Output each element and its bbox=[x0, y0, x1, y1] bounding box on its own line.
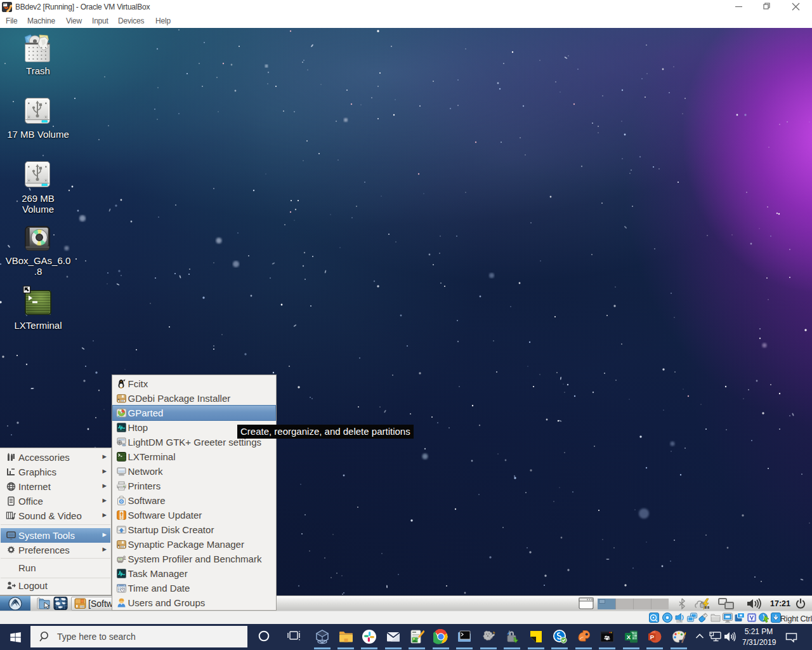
svg-text:X: X bbox=[627, 633, 631, 640]
svg-text:P: P bbox=[650, 633, 655, 640]
